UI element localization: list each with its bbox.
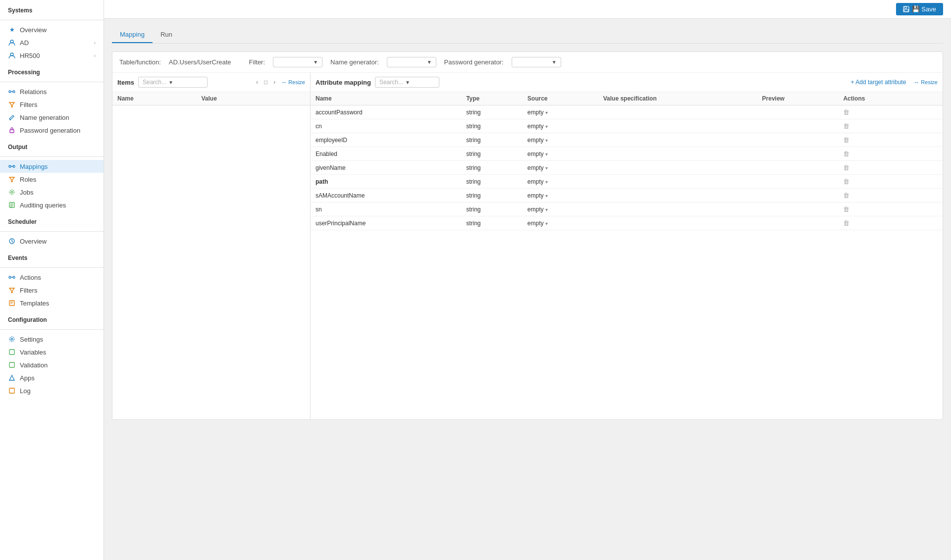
sidebar-item-relations[interactable]: Relations bbox=[0, 85, 104, 98]
source-dropdown-icon[interactable]: ▾ bbox=[545, 179, 548, 185]
sidebar-item-label: Relations bbox=[20, 88, 96, 96]
sidebar-item-password-generation[interactable]: Password generation bbox=[0, 124, 104, 137]
source-dropdown-icon[interactable]: ▾ bbox=[545, 193, 548, 199]
table-row: sAMAccountName string empty ▾ 🗑 bbox=[311, 189, 943, 203]
save-button[interactable]: 💾 Save bbox=[896, 3, 943, 15]
sidebar-item-ad[interactable]: AD › bbox=[0, 36, 104, 49]
sidebar-item-filters[interactable]: Filters bbox=[0, 98, 104, 111]
nav-arrows: ‹ □ › bbox=[254, 78, 277, 86]
password-generator-dropdown[interactable]: ▼ bbox=[512, 57, 561, 67]
svg-point-25 bbox=[11, 338, 13, 340]
chevron-down-icon: ▼ bbox=[552, 59, 557, 65]
items-table: Name Value bbox=[112, 92, 310, 105]
svg-marker-21 bbox=[9, 288, 14, 293]
filter-label: Filter: bbox=[249, 58, 265, 66]
source-dropdown-icon[interactable]: ▾ bbox=[545, 221, 548, 226]
delete-row-btn[interactable]: 🗑 bbox=[843, 164, 849, 171]
processing-title: Processing bbox=[0, 62, 104, 79]
sidebar-section-events: Events Actions Filters Templates bbox=[0, 248, 104, 309]
svg-point-18 bbox=[9, 276, 11, 278]
sidebar-item-roles[interactable]: Roles bbox=[0, 173, 104, 186]
source-dropdown-icon[interactable]: ▾ bbox=[545, 165, 548, 171]
main-area: 💾 Save Mapping Run Table/function: AD.Us… bbox=[104, 0, 951, 560]
svg-marker-28 bbox=[9, 375, 14, 380]
systems-title: Systems bbox=[0, 0, 104, 17]
validation-icon bbox=[8, 361, 16, 369]
events-title: Events bbox=[0, 248, 104, 264]
sidebar-item-validation[interactable]: Validation bbox=[0, 358, 104, 371]
tab-mapping[interactable]: Mapping bbox=[112, 27, 153, 43]
sidebar-item-variables[interactable]: Variables bbox=[0, 346, 104, 358]
list-icon bbox=[8, 201, 16, 209]
sidebar-item-actions[interactable]: Actions bbox=[0, 271, 104, 284]
sidebar-item-log[interactable]: Log bbox=[0, 384, 104, 397]
sidebar-item-label: Filters bbox=[20, 101, 96, 108]
sidebar-item-jobs[interactable]: Jobs bbox=[0, 186, 104, 199]
svg-rect-31 bbox=[904, 6, 906, 8]
attr-search[interactable]: Search... ▼ bbox=[375, 77, 439, 88]
attr-col-value-spec: Value specification bbox=[598, 92, 757, 105]
delete-row-btn[interactable]: 🗑 bbox=[843, 219, 849, 227]
next-arrow[interactable]: › bbox=[271, 78, 277, 86]
sidebar-item-settings[interactable]: Settings bbox=[0, 333, 104, 346]
source-dropdown-icon[interactable]: ▾ bbox=[545, 138, 548, 143]
source-dropdown-icon[interactable]: ▾ bbox=[545, 207, 548, 212]
delete-row-btn[interactable]: 🗑 bbox=[843, 192, 849, 199]
sidebar-item-mappings[interactable]: Mappings bbox=[0, 160, 104, 173]
split-panel: Items Search... ▼ ‹ □ › ↔ Resize bbox=[112, 73, 943, 419]
attr-panel: Attribute mapping Search... ▼ + Add targ… bbox=[311, 73, 943, 419]
table-function-label: Table/function: bbox=[119, 58, 161, 66]
prev-arrow[interactable]: ‹ bbox=[254, 78, 260, 86]
table-row: givenName string empty ▾ 🗑 bbox=[311, 161, 943, 175]
source-dropdown-icon[interactable]: ▾ bbox=[545, 124, 548, 129]
sidebar-item-scheduler-overview[interactable]: Overview bbox=[0, 235, 104, 248]
password-generator-label: Password generator: bbox=[444, 58, 504, 66]
sidebar-item-label: Name generation bbox=[20, 114, 96, 121]
chevron-down-icon: ▼ bbox=[405, 80, 410, 85]
sidebar-item-label: HR500 bbox=[20, 52, 90, 59]
sidebar-item-overview[interactable]: ★ Overview bbox=[0, 23, 104, 36]
items-resize-btn[interactable]: ↔ Resize bbox=[281, 79, 305, 85]
sidebar-item-label: Settings bbox=[20, 336, 96, 343]
sidebar-item-apps[interactable]: Apps bbox=[0, 371, 104, 384]
apps-icon bbox=[8, 374, 16, 382]
table-row: userPrincipalName string empty ▾ 🗑 bbox=[311, 216, 943, 230]
user-icon bbox=[8, 51, 16, 59]
delete-row-btn[interactable]: 🗑 bbox=[843, 136, 849, 144]
svg-rect-29 bbox=[9, 388, 14, 393]
sidebar-item-name-generation[interactable]: Name generation bbox=[0, 111, 104, 124]
tab-run[interactable]: Run bbox=[153, 27, 180, 43]
sidebar-item-hr500[interactable]: HR500 › bbox=[0, 49, 104, 62]
sidebar-item-auditing-queries[interactable]: Auditing queries bbox=[0, 199, 104, 211]
clock-icon bbox=[8, 237, 16, 245]
sidebar-item-label: Jobs bbox=[20, 189, 96, 196]
svg-rect-32 bbox=[904, 9, 908, 11]
name-generator-label: Name generator: bbox=[330, 58, 379, 66]
items-search[interactable]: Search... ▼ bbox=[138, 77, 208, 88]
add-target-attribute-btn[interactable]: + Add target attribute bbox=[851, 79, 906, 86]
attr-col-name: Name bbox=[311, 92, 461, 105]
sidebar-item-label: Filters bbox=[20, 287, 96, 294]
name-generator-dropdown[interactable]: ▼ bbox=[387, 57, 436, 67]
sidebar-item-label: Overview bbox=[20, 238, 96, 245]
source-dropdown-icon[interactable]: ▾ bbox=[545, 110, 548, 115]
filter-dropdown[interactable]: ▼ bbox=[273, 57, 322, 67]
table-row: Enabled string empty ▾ 🗑 bbox=[311, 147, 943, 161]
delete-row-btn[interactable]: 🗑 bbox=[843, 150, 849, 157]
sidebar-item-templates[interactable]: Templates bbox=[0, 297, 104, 309]
attr-title: Attribute mapping bbox=[316, 79, 371, 86]
source-dropdown-icon[interactable]: ▾ bbox=[545, 152, 548, 157]
delete-row-btn[interactable]: 🗑 bbox=[843, 122, 849, 130]
lock-icon bbox=[8, 126, 16, 134]
delete-row-btn[interactable]: 🗑 bbox=[843, 108, 849, 116]
sidebar-item-label: Log bbox=[20, 387, 96, 395]
attr-col-type: Type bbox=[461, 92, 523, 105]
delete-row-btn[interactable]: 🗑 bbox=[843, 205, 849, 213]
delete-row-btn[interactable]: 🗑 bbox=[843, 178, 849, 185]
attribute-table: Name Type Source Value specification Pre… bbox=[311, 92, 943, 230]
mapping-card: Table/function: AD.Users/UserCreate Filt… bbox=[112, 51, 943, 420]
sidebar-item-events-filters[interactable]: Filters bbox=[0, 284, 104, 297]
table-row: accountPassword string empty ▾ 🗑 bbox=[311, 105, 943, 119]
attr-resize-btn[interactable]: ↔ Resize bbox=[914, 79, 938, 85]
sidebar-item-label: AD bbox=[20, 39, 90, 47]
